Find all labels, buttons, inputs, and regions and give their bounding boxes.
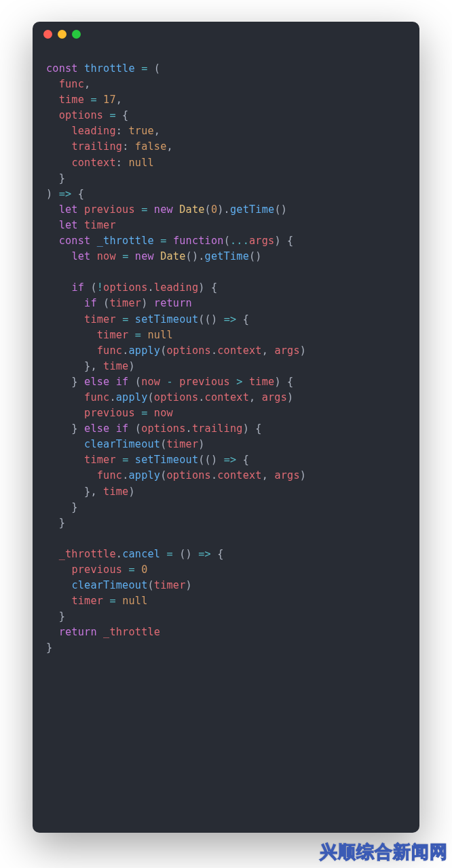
code-token: time (59, 94, 84, 106)
code-token: return (154, 297, 192, 309)
code-token: const (59, 235, 91, 247)
code-token: new (135, 250, 154, 262)
window-titlebar (33, 22, 419, 46)
code-token: options (154, 391, 198, 403)
code-token: trailing (192, 422, 243, 435)
code-window: const throttle = ( func, time = 17, opti… (33, 22, 419, 833)
code-token: time (249, 376, 274, 388)
code-token: options (59, 109, 103, 121)
code-token: 17 (103, 94, 116, 106)
code-token: args (274, 344, 299, 357)
code-token: timer (84, 219, 116, 231)
code-token: => (198, 548, 211, 560)
code-token: true (128, 125, 153, 137)
code-token: throttle (84, 62, 135, 75)
maximize-icon[interactable] (72, 30, 81, 39)
code-token: = (167, 548, 173, 560)
code-token: args (274, 469, 299, 481)
code-token: context (217, 344, 261, 357)
code-token: => (224, 313, 237, 326)
code-token: cancel (122, 548, 160, 560)
code-token: => (224, 454, 237, 466)
code-token: leading (71, 125, 115, 137)
code-token: args (262, 391, 287, 403)
code-token: else (84, 376, 109, 388)
code-token: time (103, 360, 128, 372)
code-token: function (173, 235, 224, 247)
code-token: new (154, 203, 173, 216)
code-token: => (59, 188, 72, 200)
code-token: options (167, 469, 211, 481)
code-token: setTimeout (135, 313, 198, 326)
code-token: context (71, 157, 115, 169)
code-token: null (122, 595, 147, 607)
code-token: null (128, 157, 153, 169)
code-token: Date (179, 203, 204, 216)
code-token: apply (128, 469, 160, 481)
code-token: timer (84, 313, 116, 326)
code-token: = (141, 407, 147, 419)
code-token: time (103, 486, 128, 498)
code-token: timer (167, 438, 199, 450)
code-token: = (109, 595, 115, 607)
code-token: options (167, 344, 211, 357)
code-token: previous (71, 564, 122, 576)
code-token: leading (154, 281, 198, 294)
code-token: getTime (205, 250, 249, 262)
code-token: else (84, 422, 109, 435)
code-token: const (46, 62, 78, 75)
code-token: let (59, 219, 78, 231)
code-token: trailing (71, 140, 122, 153)
code-token: func (97, 344, 122, 357)
code-token: 0 (141, 564, 147, 576)
code-token: _throttle (97, 235, 154, 247)
code-token: = (135, 329, 141, 341)
code-token: = (160, 235, 166, 247)
code-token: false (135, 140, 167, 153)
close-icon[interactable] (43, 30, 52, 39)
code-token: = (122, 454, 128, 466)
code-token: func (97, 469, 122, 481)
code-token: let (71, 250, 90, 262)
code-token: timer (84, 454, 116, 466)
code-token: previous (84, 407, 135, 419)
code-token: if (71, 281, 84, 294)
code-token: ... (230, 235, 249, 247)
code-token: apply (116, 391, 148, 403)
code-token: timer (97, 329, 129, 341)
code-token: _throttle (103, 626, 160, 638)
code-token: _throttle (59, 548, 116, 560)
code-token: now (141, 376, 160, 388)
code-token: if (84, 297, 97, 309)
code-token: = (128, 564, 134, 576)
code-token: = (109, 109, 115, 121)
watermark-text: 兴顺综合新闻网 (320, 840, 448, 864)
code-token: = (122, 250, 128, 262)
code-token: = (141, 62, 147, 75)
code-token: let (59, 203, 78, 216)
code-token: args (249, 235, 274, 247)
code-token: options (103, 281, 147, 294)
code-token: 0 (211, 203, 217, 216)
code-content: const throttle = ( func, time = 17, opti… (33, 46, 419, 669)
minimize-icon[interactable] (58, 30, 67, 39)
code-token: > (236, 376, 242, 388)
code-token: func (84, 391, 109, 403)
code-token: previous (84, 203, 135, 216)
code-token: = (90, 94, 96, 106)
code-token: getTime (230, 203, 274, 216)
code-token: clearTimeout (84, 438, 160, 450)
code-token: timer (109, 297, 141, 309)
code-token: if (116, 376, 129, 388)
code-token: null (148, 329, 173, 341)
code-token: context (217, 469, 261, 481)
code-token: timer (154, 579, 186, 591)
code-token: apply (128, 344, 160, 357)
code-token: - (167, 376, 173, 388)
code-token: func (59, 78, 84, 90)
code-token: Date (160, 250, 185, 262)
code-token: options (141, 422, 185, 435)
code-token: now (97, 250, 116, 262)
code-token: clearTimeout (71, 579, 147, 591)
code-token: timer (71, 595, 103, 607)
